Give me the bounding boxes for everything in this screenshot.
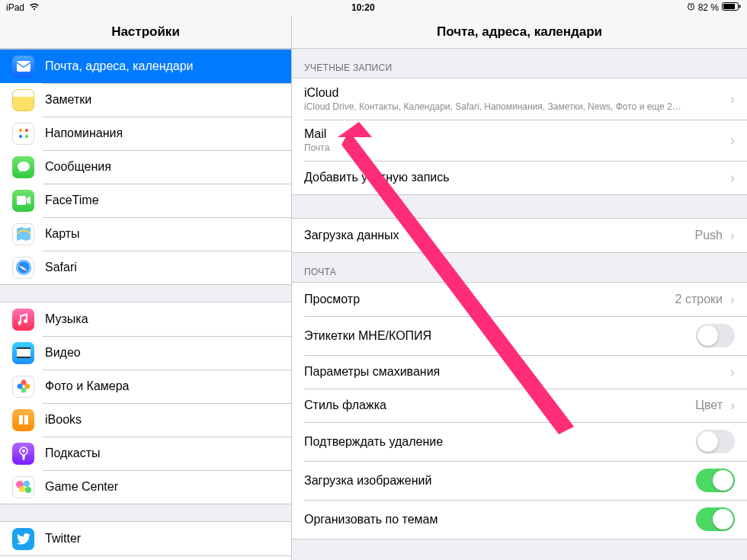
status-time: 10:20 (351, 2, 375, 13)
svg-rect-4 (17, 61, 30, 72)
sidebar-item-label: Видео (45, 346, 81, 360)
svg-point-23 (24, 481, 30, 487)
sidebar-item-label: Заметки (45, 93, 91, 107)
sidebar-item-notes[interactable]: Заметки (0, 83, 291, 117)
row-value: 2 строки (675, 293, 727, 306)
sidebar-item-label: Фото и Камера (45, 379, 130, 393)
maps-icon (12, 223, 34, 245)
sidebar-item-maps[interactable]: Карты (0, 217, 291, 251)
svg-point-17 (24, 384, 30, 389)
ibooks-icon (12, 409, 34, 431)
sidebar-item-label: Напоминания (45, 126, 123, 140)
ft-icon (12, 190, 34, 212)
svg-point-19 (17, 384, 22, 389)
settings-sidebar: Настройки Почта, адреса, календариЗаметк… (0, 15, 292, 560)
rem-icon (12, 123, 34, 145)
svg-point-6 (19, 135, 22, 138)
row-subtitle: iCloud Drive, Контакты, Календари, Safar… (304, 101, 727, 112)
section-header-mail: ПОЧТА (292, 253, 747, 282)
sidebar-item-label: Safari (45, 261, 77, 274)
settings-row[interactable]: Организовать по темам (292, 500, 747, 539)
photos-icon (12, 376, 34, 398)
sidebar-item-label: FaceTime (45, 194, 99, 207)
toggle-switch[interactable] (696, 324, 735, 347)
svg-point-5 (19, 129, 22, 132)
settings-row[interactable]: iCloudiCloud Drive, Контакты, Календари,… (292, 78, 747, 120)
svg-point-8 (25, 135, 28, 138)
sidebar-title: Настройки (0, 15, 291, 49)
sidebar-item-video[interactable]: Видео (0, 336, 291, 370)
svg-rect-13 (17, 349, 30, 357)
sidebar-item-label: Подкасты (45, 446, 100, 460)
msg-icon (12, 156, 34, 178)
chevron-right-icon: › (730, 398, 735, 414)
sidebar-item-mail[interactable]: Почта, адреса, календари (0, 50, 291, 83)
row-title: Загрузка изображений (304, 474, 696, 488)
settings-row[interactable]: Параметры смахивания› (292, 355, 747, 389)
sidebar-item-msg[interactable]: Сообщения (0, 150, 291, 184)
sidebar-item-rem[interactable]: Напоминания (0, 117, 291, 150)
gc-icon (12, 476, 34, 498)
sidebar-item-gc[interactable]: Game Center (0, 470, 291, 504)
row-title: Добавить учетную запись (304, 171, 727, 184)
row-subtitle: Почта (304, 142, 727, 153)
toggle-switch[interactable] (696, 507, 735, 531)
row-title: Организовать по темам (304, 513, 696, 526)
svg-point-16 (21, 380, 26, 386)
sidebar-item-ibooks[interactable]: iBooks (0, 403, 291, 437)
settings-row[interactable]: Подтверждать удаление (292, 422, 747, 461)
settings-row[interactable]: Просмотр2 строки› (292, 283, 747, 316)
sidebar-item-music[interactable]: Музыка (0, 302, 291, 336)
row-title: iCloud (304, 86, 727, 100)
sidebar-item-label: Почта, адреса, календари (45, 59, 194, 73)
sidebar-item-label: Сообщения (45, 160, 111, 174)
sidebar-item-ft[interactable]: FaceTime (0, 184, 291, 217)
svg-point-7 (25, 129, 28, 132)
sidebar-item-tw[interactable]: Twitter (0, 522, 291, 555)
chevron-right-icon: › (730, 91, 735, 107)
mail-icon (12, 56, 34, 78)
row-title: Mail (304, 127, 727, 141)
settings-row[interactable]: Загрузка изображений (292, 461, 747, 500)
sidebar-item-photos[interactable]: Фото и Камера (0, 370, 291, 403)
sidebar-item-label: iBooks (45, 413, 82, 427)
settings-row[interactable]: Добавить учетную запись› (292, 161, 747, 194)
svg-point-25 (25, 487, 31, 493)
row-title: Подтверждать удаление (304, 435, 696, 449)
sidebar-item-label: Twitter (45, 532, 81, 546)
svg-rect-2 (723, 4, 735, 9)
row-title: Этикетки МНЕ/КОПИЯ (304, 329, 696, 343)
notes-icon (12, 89, 34, 111)
wifi-icon (29, 2, 40, 13)
toggle-switch[interactable] (696, 430, 735, 453)
status-bar: iPad 10:20 82 % (0, 0, 747, 15)
chevron-right-icon: › (730, 364, 735, 380)
row-value: Цвет (695, 398, 727, 412)
sidebar-item-label: Game Center (45, 480, 118, 494)
svg-point-24 (19, 486, 25, 492)
sidebar-item-label: Музыка (45, 312, 88, 326)
svg-rect-15 (17, 357, 30, 358)
music-icon (12, 309, 34, 331)
device-name: iPad (6, 2, 24, 13)
settings-row[interactable]: Загрузка данныхPush› (292, 219, 747, 252)
section-header-accounts: УЧЕТНЫЕ ЗАПИСИ (292, 49, 747, 78)
svg-rect-3 (739, 5, 741, 8)
settings-row[interactable]: MailПочта› (292, 120, 747, 161)
row-title: Параметры смахивания (304, 365, 727, 379)
svg-point-18 (21, 388, 26, 393)
sidebar-item-safari[interactable]: Safari (0, 251, 291, 284)
chevron-right-icon: › (730, 228, 735, 244)
settings-row[interactable]: Стиль флажкаЦвет› (292, 389, 747, 422)
row-value: Push (695, 229, 727, 242)
chevron-right-icon: › (730, 133, 735, 149)
toggle-switch[interactable] (696, 469, 735, 492)
tw-icon (12, 528, 34, 550)
sidebar-item-pod[interactable]: Подкасты (0, 437, 291, 470)
svg-point-21 (22, 450, 25, 453)
safari-icon (12, 257, 34, 279)
chevron-right-icon: › (730, 292, 735, 308)
row-title: Загрузка данных (304, 229, 695, 242)
alarm-icon (687, 2, 695, 13)
settings-row[interactable]: Этикетки МНЕ/КОПИЯ (292, 316, 747, 355)
